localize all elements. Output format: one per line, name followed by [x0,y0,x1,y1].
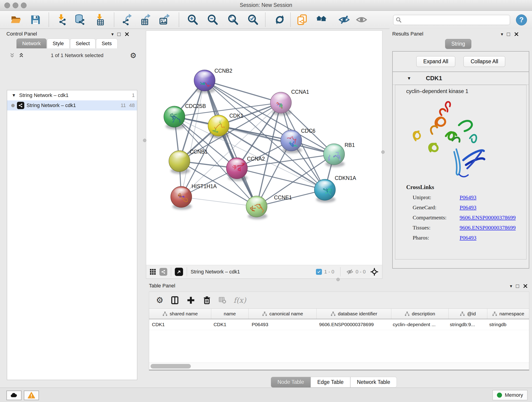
search-input[interactable] [393,15,510,25]
table-cell[interactable]: P06493 [249,319,317,330]
scrollbar-thumb[interactable] [151,364,191,369]
column-header[interactable]: @id [449,309,487,319]
network-canvas[interactable]: CCNB2CCNA1CDC25BCDK1CDC6RB1CCNB1CCNA2CDK… [146,31,382,265]
help-button[interactable]: ? [516,14,527,26]
float-panel-icon[interactable]: ▾ [111,32,114,37]
crosslink-link[interactable]: P06493 [460,194,476,201]
expand-all-button[interactable]: Expand All [416,56,456,67]
table-settings-gear-icon[interactable]: ⚙ [156,296,163,304]
table-header-row: shared name name canonical name database… [149,309,529,319]
tab-network[interactable]: Network [17,38,46,48]
tree-expander-icon[interactable]: ▼ [12,93,16,98]
node-entry-header[interactable]: ▼ CDK1 [393,72,529,85]
crosslink-link[interactable]: 9606.ENSP00000378699 [460,215,516,221]
splitter-handle[interactable] [336,278,340,281]
table-row[interactable]: CDK1 CDK1 P06493 9606.ENSP00000378699 cy… [149,319,529,330]
control-panel: Control Panel ▾ □ Network Style Select S… [0,29,143,388]
delete-column-icon[interactable] [202,296,211,305]
close-panel-icon[interactable] [523,283,528,288]
node-label: CCNE1 [274,195,292,201]
toolbar-separator [290,13,291,27]
splitter-handle[interactable] [381,150,385,154]
table-cell[interactable]: stringdb:9... [447,319,486,330]
splitter-handle[interactable] [143,139,146,142]
collapse-all-button[interactable]: Collapse All [463,56,505,67]
float-panel-icon[interactable]: ▾ [501,32,503,37]
node-label: CDKN1A [335,175,356,181]
show-eye-icon[interactable] [356,14,367,26]
tab-style[interactable]: Style [47,38,70,48]
table-panel-controls: ▾ □ [510,283,528,289]
cloud-status-button[interactable] [6,390,22,400]
tab-node-table[interactable]: Node Table [271,377,311,388]
crosslinks-section: CrossLinks Uniprot: P06493 GeneCard: P06… [406,184,516,241]
save-session-icon[interactable] [30,14,41,26]
network-share-icon[interactable] [159,268,167,276]
export-table-icon[interactable] [140,14,151,26]
hidden-eye-slash-icon[interactable] [346,268,353,275]
title-bar: Session: New Session [0,0,532,11]
column-header[interactable]: shared name [149,309,211,319]
show-columns-icon[interactable] [170,296,179,305]
tab-select[interactable]: Select [70,38,95,48]
network-collection-row[interactable]: ▼ String Network – cdk1 1 [7,90,137,100]
crosslink-link[interactable]: 9606.ENSP00000378699 [460,225,516,231]
maximize-panel-icon[interactable]: □ [117,31,121,37]
tab-edge-table[interactable]: Edge Table [311,377,350,388]
column-header[interactable]: canonical name [249,309,317,319]
toolbar-separator [179,13,179,27]
import-network-database-icon[interactable] [74,14,86,26]
node-label: CDK1 [229,113,243,119]
network-options-gear-icon[interactable]: ⚙ [130,51,137,60]
table-cell[interactable]: 9606.ENSP00000378699 [317,319,390,330]
zoom-out-icon[interactable] [207,14,218,26]
zoom-selected-icon[interactable] [247,14,259,26]
maximize-panel-icon[interactable]: □ [507,31,510,37]
delete-table-icon[interactable] [218,296,227,304]
pan-crosshair-icon[interactable] [370,268,379,276]
warning-status-button[interactable] [24,390,39,400]
table-cell[interactable]: CDK1 [149,319,211,330]
clone-network-icon[interactable] [296,14,308,26]
crosslink-label: Pharos: [406,235,460,241]
zoom-fit-icon[interactable] [227,14,239,26]
birdseye-view-icon[interactable] [175,268,183,276]
maximize-panel-icon[interactable]: □ [516,283,519,289]
selected-checkbox-icon[interactable] [316,269,322,275]
table-cell[interactable]: cyclin–dependent ... [390,319,447,330]
search-text-field[interactable] [402,17,510,23]
crosslink-link[interactable]: P06493 [460,204,476,211]
tab-network-table[interactable]: Network Table [350,377,397,388]
import-table-icon[interactable] [94,14,106,26]
grid-view-icon[interactable] [149,268,156,275]
close-panel-icon[interactable] [124,32,129,37]
tab-sets[interactable]: Sets [96,38,118,48]
column-header[interactable]: database identifier [317,309,391,319]
column-header[interactable]: name [211,309,249,319]
expand-all-tree-icon[interactable] [18,52,24,58]
column-header[interactable]: description [391,309,449,319]
entry-expander-icon[interactable]: ▼ [407,76,411,81]
results-panel-title: Results Panel [392,31,423,37]
crosslink-link[interactable]: P06493 [460,235,476,241]
close-panel-icon[interactable] [514,32,519,37]
horizontal-scrollbar[interactable] [149,363,529,370]
open-session-icon[interactable] [10,14,22,26]
column-header[interactable]: namespace [487,309,529,319]
hide-selected-eye-icon[interactable] [338,14,350,26]
add-column-icon[interactable] [186,296,196,305]
table-cell[interactable]: stringdb [486,319,529,330]
export-image-icon[interactable] [159,14,171,26]
tab-string[interactable]: String [445,39,471,49]
function-builder-icon[interactable]: f(x) [234,296,246,305]
memory-button[interactable]: Memory [493,390,527,400]
export-network-icon[interactable] [121,14,133,26]
zoom-in-icon[interactable] [187,14,198,26]
home-icon[interactable] [316,14,328,26]
import-network-icon[interactable] [56,14,67,26]
float-panel-icon[interactable]: ▾ [510,283,512,289]
collapse-all-tree-icon[interactable] [9,52,15,58]
refresh-icon[interactable] [274,14,285,26]
network-row-selected[interactable]: String Network – cdk1 11 48 [7,100,137,110]
table-cell[interactable]: CDK1 [211,319,249,330]
